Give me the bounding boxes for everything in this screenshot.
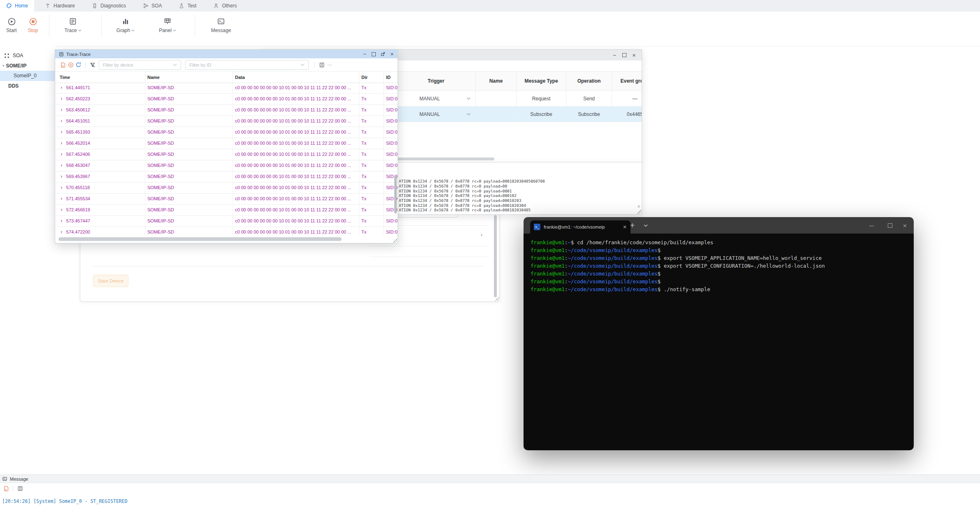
- terminal-line: frankie@vm1:~/code/vsomeip/build/example…: [531, 270, 914, 278]
- trace-row[interactable]: ›568.453047 SOME/IP-SD c0 00 00 00 00 00…: [55, 160, 398, 171]
- tab-dropdown-icon[interactable]: [644, 224, 648, 227]
- tab-soa[interactable]: SOA: [137, 0, 168, 12]
- dir-cell: Tx: [359, 160, 384, 171]
- filter-by-device-select[interactable]: Filter by device: [99, 60, 181, 70]
- row-expand-icon[interactable]: ›: [61, 94, 63, 104]
- tab-others[interactable]: Others: [207, 0, 243, 12]
- trace-row[interactable]: ›567.452406 SOME/IP-SD c0 00 00 00 00 00…: [55, 149, 398, 160]
- clear-log-icon[interactable]: [2, 484, 10, 492]
- soa-icon: [143, 3, 149, 9]
- id-cell: SID:0: [384, 94, 398, 104]
- horizontal-scrollbar[interactable]: [58, 237, 342, 241]
- message-button[interactable]: Message: [208, 16, 234, 33]
- refresh-icon[interactable]: [74, 61, 82, 69]
- row-expand-icon[interactable]: ›: [61, 160, 63, 171]
- column-header-id[interactable]: ID: [384, 72, 398, 83]
- row-expand-icon[interactable]: ›: [61, 183, 63, 193]
- row-expand-icon[interactable]: ›: [61, 216, 63, 227]
- row-expand-icon[interactable]: ›: [61, 138, 63, 149]
- trace-button[interactable]: Trace: [60, 16, 86, 33]
- trigger-value[interactable]: MANUAL: [419, 111, 440, 117]
- panel-vertical-scrollbar[interactable]: [494, 215, 497, 297]
- chevron-down-icon[interactable]: [466, 113, 471, 116]
- popout-icon[interactable]: [381, 52, 385, 56]
- minimize-icon[interactable]: −: [613, 53, 617, 58]
- filter-clear-icon[interactable]: [88, 61, 96, 69]
- column-header-name[interactable]: Name: [145, 72, 233, 83]
- save-device-button[interactable]: Save Device: [93, 275, 128, 287]
- maximize-icon[interactable]: [888, 217, 892, 234]
- command-text: export VSOMEIP_CONFIGURATION=./helloworl…: [661, 263, 825, 269]
- row-expand-icon[interactable]: ›: [61, 116, 63, 127]
- tab-diagnostics[interactable]: Diagnostics: [86, 0, 132, 12]
- name-cell: SOME/IP-SD: [145, 149, 233, 160]
- chevron-down-icon[interactable]: [466, 97, 471, 100]
- row-expand-icon[interactable]: ›: [61, 194, 63, 204]
- row-expand-chevron[interactable]: ›: [480, 232, 483, 238]
- terminal-line: frankie@vm1:~/code/vsomeip/build/example…: [531, 285, 914, 293]
- trace-row[interactable]: ›561.449171 SOME/IP-SD c0 00 00 00 00 00…: [55, 83, 398, 94]
- tab-home[interactable]: Home: [0, 0, 34, 12]
- tab-close-icon[interactable]: ×: [621, 224, 627, 230]
- row-expand-icon[interactable]: ›: [61, 227, 63, 235]
- row-expand-icon[interactable]: ›: [61, 205, 63, 215]
- panel-resize-grip[interactable]: [495, 297, 499, 301]
- sidebar-item-someip-0[interactable]: SomeIP_0: [0, 71, 55, 81]
- trace-row[interactable]: ›566.452014 SOME/IP-SD c0 00 00 00 00 00…: [55, 138, 398, 149]
- row-expand-icon[interactable]: ›: [61, 171, 63, 182]
- tab-test[interactable]: Test: [172, 0, 203, 12]
- close-icon[interactable]: ×: [390, 51, 394, 57]
- trigger-value[interactable]: MANUAL: [419, 96, 440, 102]
- window-resize-grip[interactable]: [393, 238, 397, 243]
- terminal-tab[interactable]: >_ frankie@vm1: ~/code/vsomeip ×: [530, 220, 631, 234]
- minimize-icon[interactable]: −: [363, 51, 367, 57]
- command-text: export VSOMEIP_APPLICATION_NAME=hello_wo…: [661, 255, 822, 261]
- collapse-caret-icon[interactable]: ▾: [2, 64, 5, 68]
- trace-row[interactable]: ›572.456619 SOME/IP-SD c0 00 00 00 00 00…: [55, 205, 398, 216]
- row-expand-icon[interactable]: ›: [61, 83, 63, 93]
- row-divider: [370, 257, 489, 257]
- clear-trace-icon[interactable]: [59, 61, 67, 69]
- new-tab-icon[interactable]: +: [630, 220, 635, 230]
- trace-filter-toolbar: Filter by device Filter by ID ⋯: [55, 58, 398, 72]
- graph-button[interactable]: Graph: [112, 16, 139, 33]
- column-header-data[interactable]: Data: [233, 72, 359, 83]
- pause-trace-icon[interactable]: [67, 61, 74, 69]
- save-log-icon[interactable]: [16, 484, 24, 492]
- stop-button[interactable]: Stop: [20, 16, 46, 33]
- row-expand-icon[interactable]: ›: [61, 149, 63, 160]
- sidebar-group-someip[interactable]: ▾ SOME/IP: [0, 61, 55, 71]
- terminal-content[interactable]: frankie@vm1:~$ cd /home/frankie/code/vso…: [524, 234, 914, 450]
- trace-row[interactable]: ›569.453967 SOME/IP-SD c0 00 00 00 00 00…: [55, 171, 398, 183]
- close-icon[interactable]: ×: [632, 53, 636, 58]
- trace-row[interactable]: ›563.450612 SOME/IP-SD c0 00 00 00 00 00…: [55, 105, 398, 116]
- message-panel-toolbar: [0, 483, 980, 493]
- column-header-time[interactable]: Time: [55, 72, 145, 83]
- sidebar-item-dds[interactable]: DDS: [0, 81, 55, 91]
- trace-row[interactable]: ›562.450223 SOME/IP-SD c0 00 00 00 00 00…: [55, 94, 398, 105]
- row-expand-icon[interactable]: ›: [61, 105, 63, 116]
- trace-row[interactable]: ›565.451393 SOME/IP-SD c0 00 00 00 00 00…: [55, 127, 398, 138]
- chevron-down-icon: [300, 63, 305, 66]
- filter-by-id-select[interactable]: Filter by ID: [185, 60, 309, 70]
- panel-button[interactable]: Panel: [154, 16, 181, 33]
- trace-window-titlebar[interactable]: Trace-Trace − ×: [55, 50, 398, 58]
- minimize-icon[interactable]: —: [869, 217, 874, 234]
- restore-icon[interactable]: [372, 52, 376, 56]
- trace-row[interactable]: ›573.457447 SOME/IP-SD c0 00 00 00 00 00…: [55, 216, 398, 227]
- terminal-titlebar[interactable]: >_ frankie@vm1: ~/code/vsomeip × + — ×: [524, 217, 914, 234]
- column-header-dir[interactable]: Dir: [359, 72, 384, 83]
- more-options-icon[interactable]: ⋯: [326, 61, 333, 69]
- trace-row[interactable]: ›571.455534 SOME/IP-SD c0 00 00 00 00 00…: [55, 194, 398, 205]
- window-resize-grip[interactable]: [637, 210, 641, 214]
- vertical-scrollbar[interactable]: [394, 176, 397, 213]
- tab-hardware[interactable]: Hardware: [39, 0, 81, 12]
- trace-row[interactable]: ›570.455118 SOME/IP-SD c0 00 00 00 00 00…: [55, 183, 398, 194]
- console-line: ATION 0x1234 / 0x5678 / 0x8778 rc=0 payl…: [399, 193, 545, 198]
- trace-row[interactable]: ›564.451051 SOME/IP-SD c0 00 00 00 00 00…: [55, 116, 398, 127]
- close-icon[interactable]: ×: [903, 217, 907, 234]
- trace-row[interactable]: ›574.472200 SOME/IP-SD c0 00 00 00 00 00…: [55, 227, 398, 235]
- save-trace-icon[interactable]: [318, 61, 326, 69]
- restore-icon[interactable]: [622, 53, 626, 57]
- row-expand-icon[interactable]: ›: [61, 127, 63, 138]
